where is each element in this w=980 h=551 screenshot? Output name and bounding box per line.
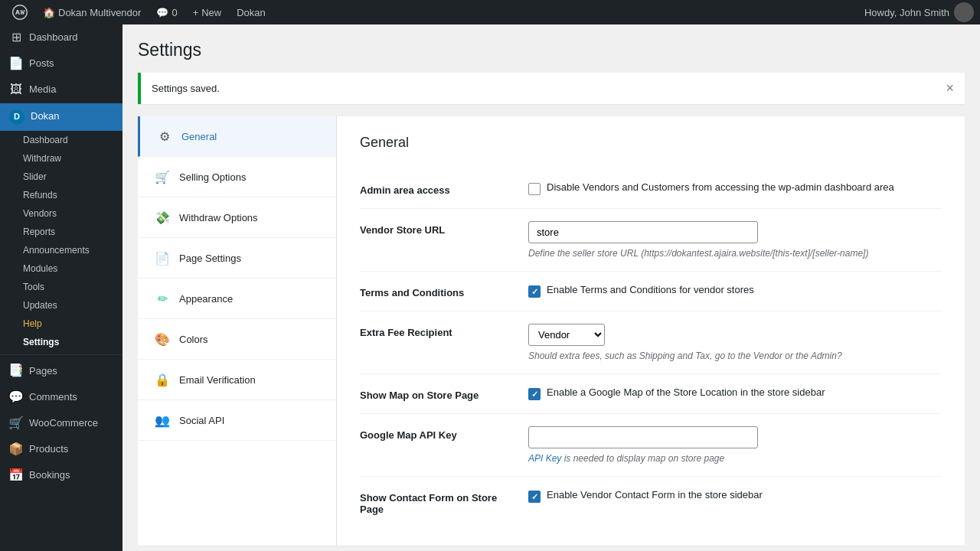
sidebar-item-woocommerce[interactable]: 🛒 WooCommerce xyxy=(0,410,122,436)
comment-count: 0 xyxy=(172,7,177,18)
sidebar-item-comments[interactable]: 💬 Comments xyxy=(0,384,122,410)
settings-section-content: General Admin area access Disable Vendor… xyxy=(337,116,965,546)
extra-fee-select[interactable]: Vendor Admin xyxy=(528,324,605,346)
submenu-vendors[interactable]: Vendors xyxy=(0,204,122,223)
sidebar-item-media[interactable]: 🖼 Media xyxy=(0,77,122,103)
submenu-help[interactable]: Help xyxy=(0,315,122,333)
form-row-google-api: Google Map API Key API Key is needed to … xyxy=(360,414,942,477)
new-content-button[interactable]: + New xyxy=(187,0,228,24)
store-url-input[interactable] xyxy=(528,221,758,243)
sidebar-dashboard-label: Dashboard xyxy=(29,31,78,44)
page-icon: 📄 xyxy=(153,249,172,267)
settings-nav-selling-options[interactable]: 🛒 Selling Options xyxy=(138,157,336,197)
extra-fee-description: Should extra fees, such as Shipping and … xyxy=(528,350,942,361)
field-extra-fee: Vendor Admin Should extra fees, such as … xyxy=(528,324,942,361)
api-key-link[interactable]: API Key xyxy=(528,453,561,464)
submenu-updates[interactable]: Updates xyxy=(0,296,122,315)
checkbox-label-terms[interactable]: Enable Terms and Conditions for vendor s… xyxy=(528,284,942,298)
settings-nav-email-label: Email Verification xyxy=(179,374,256,386)
google-api-description: API Key is needed to display map on stor… xyxy=(528,453,942,464)
howdy-text: Howdy, John Smith xyxy=(864,7,949,18)
sidebar-posts-label: Posts xyxy=(29,57,54,70)
settings-nav-email-verification[interactable]: 🔒 Email Verification xyxy=(138,360,336,400)
settings-nav-colors[interactable]: 🎨 Colors xyxy=(138,319,336,360)
sidebar-item-dokan[interactable]: D Dokan xyxy=(0,103,122,131)
sidebar-pages-label: Pages xyxy=(29,364,57,378)
dashboard-icon: ⊞ xyxy=(9,31,23,44)
field-google-api: API Key is needed to display map on stor… xyxy=(528,426,942,464)
products-icon: 📦 xyxy=(9,442,23,456)
admin-access-text: Disable Vendors and Customers from acces… xyxy=(547,181,894,193)
field-store-url: Define the seller store URL (https://dok… xyxy=(528,221,942,259)
pages-icon: 📑 xyxy=(9,364,23,378)
submenu-announcements[interactable]: Announcements xyxy=(0,241,122,259)
submenu-modules[interactable]: Modules xyxy=(0,259,122,278)
settings-nav-general-label: General xyxy=(181,131,217,142)
contact-form-checkbox[interactable] xyxy=(528,491,541,503)
appearance-icon: ✏ xyxy=(153,289,172,308)
plugin-label: Dokan xyxy=(237,7,266,18)
main-content: Settings Settings saved. × ⚙ General 🛒 S… xyxy=(122,24,980,551)
show-map-text: Enable a Google Map of the Store Locatio… xyxy=(547,386,825,398)
settings-nav-page-label: Page Settings xyxy=(179,253,241,264)
new-label: New xyxy=(201,7,221,18)
field-admin-access: Disable Vendors and Customers from acces… xyxy=(528,181,942,195)
page-title: Settings xyxy=(138,40,965,60)
checkbox-label-show-map[interactable]: Enable a Google Map of the Store Locatio… xyxy=(528,386,942,400)
submenu-refunds[interactable]: Refunds xyxy=(0,186,122,204)
terms-text: Enable Terms and Conditions for vendor s… xyxy=(547,284,754,295)
posts-icon: 📄 xyxy=(9,57,23,70)
settings-nav-selling-label: Selling Options xyxy=(179,171,246,183)
sidebar-comments-label: Comments xyxy=(29,390,77,404)
site-name-button[interactable]: 🏠 Dokan Multivendor xyxy=(37,0,147,24)
sidebar-item-bookings[interactable]: 📅 Bookings xyxy=(0,462,122,488)
avatar[interactable] xyxy=(954,2,974,22)
checkbox-label-admin-access[interactable]: Disable Vendors and Customers from acces… xyxy=(528,181,942,195)
settings-section-title: General xyxy=(360,135,942,151)
show-map-checkbox[interactable] xyxy=(528,388,541,400)
plugin-button[interactable]: Dokan xyxy=(230,0,272,24)
settings-nav-withdraw-label: Withdraw Options xyxy=(179,212,258,223)
field-label-admin-access: Admin area access xyxy=(360,181,513,196)
settings-nav-social-api[interactable]: 👥 Social API xyxy=(138,400,336,441)
google-api-key-input[interactable] xyxy=(528,426,758,448)
settings-nav-appearance[interactable]: ✏ Appearance xyxy=(138,279,336,319)
sidebar-item-pages[interactable]: 📑 Pages xyxy=(0,358,122,384)
settings-nav-general[interactable]: ⚙ General xyxy=(138,116,336,157)
sidebar-media-label: Media xyxy=(29,83,56,96)
form-row-terms: Terms and Conditions Enable Terms and Co… xyxy=(360,272,942,311)
withdraw-icon: 💸 xyxy=(153,208,172,227)
media-icon: 🖼 xyxy=(9,83,23,96)
terms-checkbox[interactable] xyxy=(528,285,541,298)
field-terms: Enable Terms and Conditions for vendor s… xyxy=(528,284,942,298)
field-label-contact-form: Show Contact Form on Store Page xyxy=(360,489,513,515)
notice-close-button[interactable]: × xyxy=(946,80,954,96)
form-row-store-url: Vendor Store URL Define the seller store… xyxy=(360,209,942,272)
settings-nav-page-settings[interactable]: 📄 Page Settings xyxy=(138,238,336,279)
field-label-store-url: Vendor Store URL xyxy=(360,221,513,236)
submenu-reports[interactable]: Reports xyxy=(0,223,122,241)
settings-saved-notice: Settings saved. × xyxy=(138,73,965,104)
sidebar-dokan-label: Dokan xyxy=(31,109,60,123)
email-icon: 🔒 xyxy=(153,370,172,389)
admin-access-checkbox[interactable] xyxy=(528,183,541,195)
sidebar-bookings-label: Bookings xyxy=(29,468,70,482)
submenu-withdraw[interactable]: Withdraw xyxy=(0,149,122,168)
checkbox-label-contact-form[interactable]: Enable Vendor Contact Form in the store … xyxy=(528,489,942,503)
wp-logo-button[interactable] xyxy=(6,0,34,24)
sidebar-item-dashboard[interactable]: ⊞ Dashboard xyxy=(0,24,122,51)
colors-icon: 🎨 xyxy=(153,330,172,348)
site-name: Dokan Multivendor xyxy=(58,7,141,18)
sidebar-item-posts[interactable]: 📄 Posts xyxy=(0,51,122,77)
social-icon: 👥 xyxy=(153,411,172,429)
submenu-slider[interactable]: Slider xyxy=(0,168,122,186)
settings-nav-withdraw-options[interactable]: 💸 Withdraw Options xyxy=(138,197,336,238)
plus-icon: + xyxy=(193,7,199,18)
sidebar-woocommerce-label: WooCommerce xyxy=(29,416,98,430)
sidebar-item-products[interactable]: 📦 Products xyxy=(0,436,122,462)
submenu-tools[interactable]: Tools xyxy=(0,278,122,296)
comments-button[interactable]: 💬 0 xyxy=(150,0,183,24)
notice-message: Settings saved. xyxy=(152,83,220,94)
submenu-dashboard[interactable]: Dashboard xyxy=(0,131,122,149)
submenu-settings[interactable]: Settings xyxy=(0,333,122,351)
